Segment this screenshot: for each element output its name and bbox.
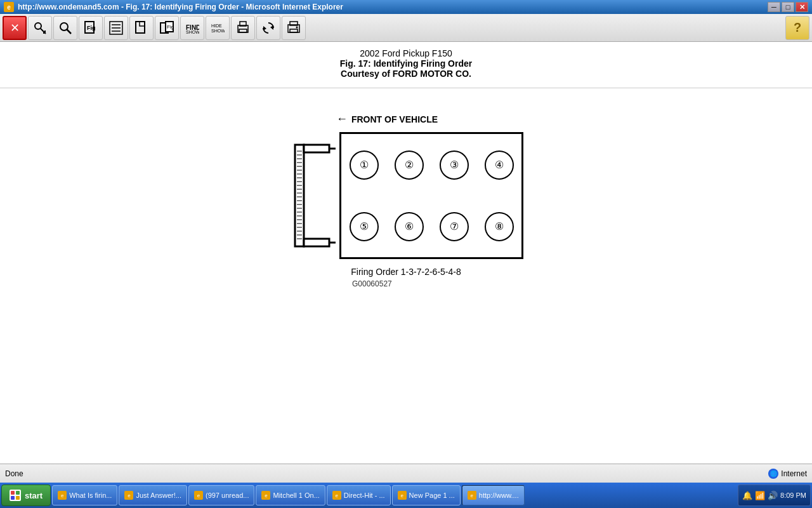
page-button[interactable]: [129, 16, 154, 40]
toolbar: ✕ Fig Fig FINDSHOW HIDESHOW ?: [0, 14, 812, 42]
part-number: G00060527: [352, 279, 392, 288]
hideshow-button[interactable]: HIDESHOW: [206, 16, 230, 40]
engine-diagram: ① ② ③ ④ ⑤ ⑥ ⑦: [289, 132, 523, 259]
taskbar-label-6: http://www....: [479, 491, 519, 499]
list-button[interactable]: [104, 16, 128, 40]
svg-rect-23: [239, 29, 247, 32]
win-quad-4: [16, 496, 20, 500]
taskbar-label-3: Mitchell 1 On...: [273, 491, 319, 499]
svg-line-5: [67, 29, 71, 34]
title-bar-icon: e: [4, 2, 14, 12]
taskbar-item-0[interactable]: e What Is firin...: [52, 485, 117, 505]
front-label: ← FRONT OF VEHICLE: [336, 112, 438, 126]
svg-marker-25: [263, 26, 266, 30]
help-button[interactable]: ?: [785, 16, 809, 40]
start-label: start: [25, 491, 43, 500]
firing-order-text: Firing Order 1-3-7-2-6-5-4-8: [351, 267, 461, 277]
taskbar-label-5: New Page 1 ...: [409, 491, 455, 499]
system-tray: 🔔 📶 🔊 8:09 PM: [738, 485, 811, 506]
cylinder-6: ⑥: [386, 196, 431, 257]
close-button[interactable]: ✕: [796, 2, 808, 12]
figure-button[interactable]: Fig: [79, 16, 103, 40]
title-line3: Courtesy of FORD MOTOR CO.: [340, 69, 472, 79]
title-bar-text: http://www.ondemand5.com - Fig. 17: Iden…: [18, 3, 768, 11]
svg-text:SHOW: SHOW: [211, 29, 225, 33]
cylinder-3-circle: ③: [440, 150, 469, 180]
title-bar-buttons: ─ □ ✕: [768, 2, 808, 12]
taskbar-label-2: (997 unread...: [206, 491, 249, 499]
crankshaft-drawing: [289, 132, 339, 259]
title-line2: Fig. 17: Identifying Firing Order: [340, 58, 472, 69]
taskbar-label-4: Direct-Hit - ...: [344, 491, 385, 499]
status-bar: Done 🌐 Internet: [0, 464, 812, 483]
taskbar: start e What Is firin... e Just Answer!.…: [0, 483, 812, 508]
fig2-button[interactable]: Fig: [155, 16, 179, 40]
refresh-button[interactable]: [256, 16, 280, 40]
cylinder-6-circle: ⑥: [395, 212, 424, 241]
tray-icon-1: 🔔: [742, 491, 752, 500]
svg-rect-12: [136, 22, 145, 33]
svg-text:SHOW: SHOW: [186, 30, 199, 34]
windows-icon: [10, 490, 21, 501]
internet-label: Internet: [781, 469, 807, 478]
status-text: Done: [5, 469, 768, 478]
engine-block: ① ② ③ ④ ⑤ ⑥ ⑦: [339, 132, 523, 259]
tray-icon-3: 🔊: [768, 491, 778, 500]
taskbar-label-1: Just Answer!...: [136, 491, 181, 499]
taskbar-item-2[interactable]: e (997 unread...: [188, 485, 255, 505]
cylinder-4-circle: ④: [485, 150, 514, 180]
taskbar-item-6[interactable]: e http://www....: [462, 485, 525, 505]
taskbar-icon-6: e: [468, 491, 476, 500]
search-button[interactable]: [53, 16, 77, 40]
taskbar-icon-4: e: [332, 491, 341, 500]
find-button[interactable]: FINDSHOW: [180, 16, 204, 40]
svg-text:Fig: Fig: [167, 24, 174, 30]
diagram-area: ← FRONT OF VEHICLE: [289, 112, 523, 288]
cylinder-1: ①: [341, 134, 386, 196]
key-button[interactable]: [28, 16, 52, 40]
taskbar-label-0: What Is firin...: [69, 491, 112, 499]
minimize-button[interactable]: ─: [768, 2, 780, 12]
cylinder-7-circle: ⑦: [440, 212, 469, 241]
title-line1: 2002 Ford Pickup F150: [340, 48, 472, 58]
svg-marker-24: [270, 25, 273, 30]
svg-text:Fig: Fig: [87, 25, 96, 31]
taskbar-item-3[interactable]: e Mitchell 1 On...: [256, 485, 325, 505]
taskbar-item-4[interactable]: e Direct-Hit - ...: [327, 485, 391, 505]
cylinder-8: ⑧: [476, 196, 521, 257]
print1-button[interactable]: [231, 16, 255, 40]
cylinder-5: ⑤: [341, 196, 386, 257]
tray-time: 8:09 PM: [780, 491, 806, 499]
taskbar-item-5[interactable]: e New Page 1 ...: [392, 485, 461, 505]
taskbar-item-1[interactable]: e Just Answer!...: [119, 485, 187, 505]
maximize-button[interactable]: □: [782, 2, 794, 12]
internet-icon: 🌐: [768, 469, 778, 479]
cylinder-2: ②: [386, 134, 431, 196]
content-area: 2002 Ford Pickup F150 Fig. 17: Identifyi…: [0, 42, 812, 464]
svg-point-0: [35, 23, 41, 29]
cylinder-2-circle: ②: [395, 150, 424, 180]
taskbar-icon-2: e: [194, 491, 203, 500]
cylinder-8-circle: ⑧: [485, 212, 514, 241]
svg-point-29: [296, 26, 298, 28]
divider: [0, 88, 812, 88]
close-toolbar-button[interactable]: ✕: [3, 16, 27, 40]
start-button[interactable]: start: [1, 485, 51, 506]
svg-rect-56: [304, 239, 329, 246]
cylinder-3: ③: [431, 134, 476, 196]
svg-rect-13: [140, 22, 145, 26]
title-bar: e http://www.ondemand5.com - Fig. 17: Id…: [0, 0, 812, 14]
cylinder-1-circle: ①: [350, 150, 379, 180]
cylinder-5-circle: ⑤: [350, 212, 379, 241]
front-label-text: FRONT OF VEHICLE: [351, 114, 438, 124]
taskbar-icon-0: e: [58, 491, 67, 500]
svg-rect-55: [304, 145, 329, 152]
page-title: 2002 Ford Pickup F150 Fig. 17: Identifyi…: [340, 48, 472, 79]
print2-button[interactable]: [282, 16, 306, 40]
win-quad-1: [11, 491, 15, 495]
svg-rect-28: [290, 29, 298, 32]
taskbar-icon-5: e: [398, 491, 407, 500]
status-internet: 🌐 Internet: [768, 469, 807, 479]
cylinder-7: ⑦: [431, 196, 476, 257]
cylinder-4: ④: [476, 134, 521, 196]
